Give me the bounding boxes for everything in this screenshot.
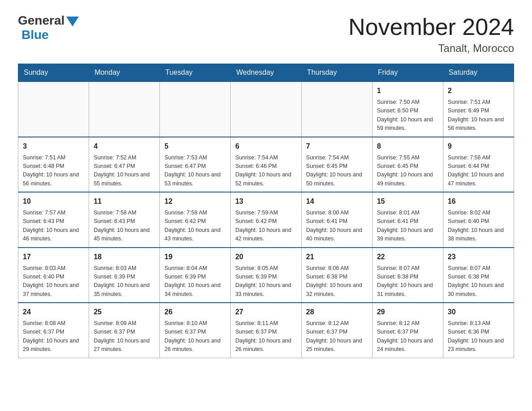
- calendar-cell: 12Sunrise: 7:58 AM Sunset: 6:42 PM Dayli…: [160, 192, 231, 248]
- day-number: 8: [377, 141, 438, 152]
- day-info: Sunrise: 8:05 AM Sunset: 6:39 PM Dayligh…: [235, 264, 296, 299]
- day-number: 17: [23, 252, 84, 262]
- day-number: 29: [377, 307, 438, 317]
- calendar-cell: 13Sunrise: 7:59 AM Sunset: 6:42 PM Dayli…: [231, 192, 301, 248]
- calendar-cell: 11Sunrise: 7:58 AM Sunset: 6:43 PM Dayli…: [89, 192, 160, 248]
- day-number: 26: [164, 307, 226, 317]
- day-info: Sunrise: 7:51 AM Sunset: 6:49 PM Dayligh…: [448, 98, 509, 133]
- day-info: Sunrise: 8:10 AM Sunset: 6:37 PM Dayligh…: [164, 319, 226, 354]
- calendar-cell: 30Sunrise: 8:13 AM Sunset: 6:36 PM Dayli…: [443, 303, 514, 358]
- day-number: 19: [164, 252, 226, 262]
- day-number: 25: [94, 307, 155, 317]
- day-info: Sunrise: 7:58 AM Sunset: 6:42 PM Dayligh…: [164, 209, 226, 244]
- day-number: 22: [377, 252, 438, 262]
- day-info: Sunrise: 7:56 AM Sunset: 6:44 PM Dayligh…: [448, 154, 509, 188]
- calendar-day-header-monday: Monday: [89, 64, 160, 82]
- calendar-cell: 28Sunrise: 8:12 AM Sunset: 6:37 PM Dayli…: [301, 303, 372, 358]
- calendar-cell: 2Sunrise: 7:51 AM Sunset: 6:49 PM Daylig…: [443, 81, 514, 137]
- location-title: Tanalt, Morocco: [348, 42, 514, 55]
- day-number: 18: [94, 252, 155, 262]
- day-number: 6: [235, 141, 296, 152]
- calendar-day-header-thursday: Thursday: [301, 64, 372, 82]
- calendar-week-row: 17Sunrise: 8:03 AM Sunset: 6:40 PM Dayli…: [18, 248, 514, 303]
- calendar-day-header-tuesday: Tuesday: [160, 64, 231, 82]
- day-info: Sunrise: 7:54 AM Sunset: 6:45 PM Dayligh…: [306, 154, 368, 188]
- day-info: Sunrise: 7:58 AM Sunset: 6:43 PM Dayligh…: [94, 209, 155, 244]
- day-number: 10: [23, 196, 84, 207]
- day-info: Sunrise: 8:03 AM Sunset: 6:39 PM Dayligh…: [94, 264, 155, 299]
- day-number: 12: [164, 196, 226, 207]
- day-info: Sunrise: 8:12 AM Sunset: 6:37 PM Dayligh…: [377, 319, 438, 354]
- day-number: 5: [164, 141, 226, 152]
- page-header: General Blue November 2024 Tanalt, Moroc…: [18, 13, 514, 55]
- calendar-day-header-sunday: Sunday: [18, 64, 89, 82]
- calendar-cell: 3Sunrise: 7:51 AM Sunset: 6:48 PM Daylig…: [18, 137, 89, 193]
- day-info: Sunrise: 8:12 AM Sunset: 6:37 PM Dayligh…: [306, 319, 368, 354]
- day-info: Sunrise: 7:52 AM Sunset: 6:47 PM Dayligh…: [94, 154, 155, 188]
- day-number: 3: [23, 141, 84, 152]
- calendar-cell: 10Sunrise: 7:57 AM Sunset: 6:43 PM Dayli…: [18, 192, 89, 248]
- calendar-week-row: 10Sunrise: 7:57 AM Sunset: 6:43 PM Dayli…: [18, 192, 514, 248]
- day-number: 13: [235, 196, 296, 207]
- day-number: 14: [306, 196, 368, 207]
- calendar-header-row: SundayMondayTuesdayWednesdayThursdayFrid…: [18, 64, 514, 82]
- calendar-cell: 26Sunrise: 8:10 AM Sunset: 6:37 PM Dayli…: [160, 303, 231, 358]
- calendar-day-header-saturday: Saturday: [443, 64, 514, 82]
- calendar-cell: 4Sunrise: 7:52 AM Sunset: 6:47 PM Daylig…: [89, 137, 160, 193]
- calendar-cell: 19Sunrise: 8:04 AM Sunset: 6:39 PM Dayli…: [160, 248, 231, 303]
- day-info: Sunrise: 8:13 AM Sunset: 6:36 PM Dayligh…: [448, 319, 509, 354]
- day-info: Sunrise: 8:06 AM Sunset: 6:38 PM Dayligh…: [306, 264, 368, 299]
- calendar-cell: 6Sunrise: 7:54 AM Sunset: 6:46 PM Daylig…: [231, 137, 301, 193]
- calendar-cell: 29Sunrise: 8:12 AM Sunset: 6:37 PM Dayli…: [372, 303, 443, 358]
- calendar-cell: 22Sunrise: 8:07 AM Sunset: 6:38 PM Dayli…: [372, 248, 443, 303]
- day-info: Sunrise: 7:54 AM Sunset: 6:46 PM Dayligh…: [235, 154, 296, 188]
- calendar-cell: 17Sunrise: 8:03 AM Sunset: 6:40 PM Dayli…: [18, 248, 89, 303]
- calendar-cell: 18Sunrise: 8:03 AM Sunset: 6:39 PM Dayli…: [89, 248, 160, 303]
- calendar-week-row: 3Sunrise: 7:51 AM Sunset: 6:48 PM Daylig…: [18, 137, 514, 193]
- calendar-cell: 7Sunrise: 7:54 AM Sunset: 6:45 PM Daylig…: [301, 137, 372, 193]
- day-number: 4: [94, 141, 155, 152]
- day-number: 23: [448, 252, 509, 262]
- day-number: 27: [235, 307, 296, 317]
- calendar-cell: 23Sunrise: 8:07 AM Sunset: 6:38 PM Dayli…: [443, 248, 514, 303]
- day-number: 20: [235, 252, 296, 262]
- day-info: Sunrise: 7:57 AM Sunset: 6:43 PM Dayligh…: [23, 209, 84, 244]
- day-number: 2: [448, 86, 509, 96]
- calendar-cell: 15Sunrise: 8:01 AM Sunset: 6:41 PM Dayli…: [372, 192, 443, 248]
- calendar-cell: 16Sunrise: 8:02 AM Sunset: 6:40 PM Dayli…: [443, 192, 514, 248]
- logo-general-text: General: [18, 13, 64, 28]
- day-info: Sunrise: 7:53 AM Sunset: 6:47 PM Dayligh…: [164, 154, 226, 188]
- day-info: Sunrise: 8:09 AM Sunset: 6:37 PM Dayligh…: [94, 319, 155, 354]
- calendar-cell: [301, 81, 372, 137]
- calendar-cell: [160, 81, 231, 137]
- logo: General Blue: [18, 13, 79, 42]
- day-number: 7: [306, 141, 368, 152]
- day-info: Sunrise: 8:04 AM Sunset: 6:39 PM Dayligh…: [164, 264, 226, 299]
- day-number: 24: [23, 307, 84, 317]
- day-number: 16: [448, 196, 509, 207]
- calendar-day-header-wednesday: Wednesday: [231, 64, 301, 82]
- calendar-cell: 24Sunrise: 8:08 AM Sunset: 6:37 PM Dayli…: [18, 303, 89, 358]
- calendar-cell: 9Sunrise: 7:56 AM Sunset: 6:44 PM Daylig…: [443, 137, 514, 193]
- logo-triangle-icon: [66, 17, 79, 26]
- calendar-cell: [18, 81, 89, 137]
- calendar-cell: [89, 81, 160, 137]
- calendar-cell: 8Sunrise: 7:55 AM Sunset: 6:45 PM Daylig…: [372, 137, 443, 193]
- day-info: Sunrise: 7:59 AM Sunset: 6:42 PM Dayligh…: [235, 209, 296, 244]
- calendar-cell: 27Sunrise: 8:11 AM Sunset: 6:37 PM Dayli…: [231, 303, 301, 358]
- calendar-table: SundayMondayTuesdayWednesdayThursdayFrid…: [18, 64, 514, 358]
- calendar-week-row: 1Sunrise: 7:50 AM Sunset: 6:50 PM Daylig…: [18, 81, 514, 137]
- day-info: Sunrise: 8:07 AM Sunset: 6:38 PM Dayligh…: [448, 264, 509, 299]
- day-info: Sunrise: 7:51 AM Sunset: 6:48 PM Dayligh…: [23, 154, 84, 188]
- day-number: 11: [94, 196, 155, 207]
- calendar-cell: 20Sunrise: 8:05 AM Sunset: 6:39 PM Dayli…: [231, 248, 301, 303]
- title-block: November 2024 Tanalt, Morocco: [348, 13, 514, 55]
- calendar-cell: 5Sunrise: 7:53 AM Sunset: 6:47 PM Daylig…: [160, 137, 231, 193]
- calendar-cell: 21Sunrise: 8:06 AM Sunset: 6:38 PM Dayli…: [301, 248, 372, 303]
- day-info: Sunrise: 8:01 AM Sunset: 6:41 PM Dayligh…: [377, 209, 438, 244]
- day-number: 30: [448, 307, 509, 317]
- calendar-cell: 25Sunrise: 8:09 AM Sunset: 6:37 PM Dayli…: [89, 303, 160, 358]
- logo-blue-text: Blue: [21, 28, 49, 42]
- day-info: Sunrise: 8:08 AM Sunset: 6:37 PM Dayligh…: [23, 319, 84, 354]
- calendar-week-row: 24Sunrise: 8:08 AM Sunset: 6:37 PM Dayli…: [18, 303, 514, 358]
